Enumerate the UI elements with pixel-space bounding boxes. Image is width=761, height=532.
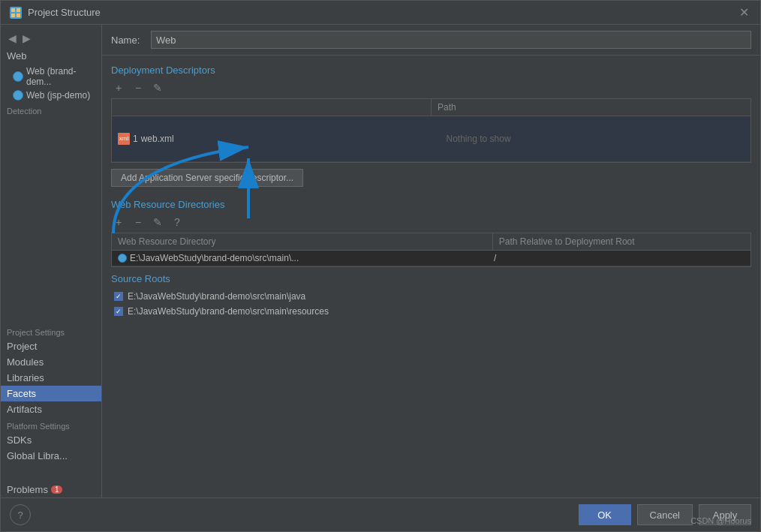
add-app-server-descriptor-btn[interactable]: Add Application Server specific descript…	[111, 169, 303, 187]
edit-web-resource-btn[interactable]: ✎	[150, 215, 165, 230]
xml-icon: xml	[118, 133, 130, 145]
sidebar-item-facets[interactable]: Facets	[1, 386, 101, 401]
svg-rect-3	[17, 14, 20, 17]
sidebar-item-sdks[interactable]: SDKs	[1, 432, 101, 448]
web-resource-table: Web Resource Directory Path Relative to …	[111, 233, 751, 267]
sidebar-item-project[interactable]: Project	[1, 338, 101, 354]
nothing-to-show: Nothing to show	[432, 119, 526, 159]
sidebar-item-libraries[interactable]: Libraries	[1, 370, 101, 386]
sidebar-item-artifacts[interactable]: Artifacts	[1, 401, 101, 417]
svg-rect-1	[17, 8, 20, 12]
add-descriptor-btn[interactable]: +	[111, 80, 126, 95]
tree-root-label: Web	[1, 49, 101, 65]
web-resource-dir-cell: E:\JavaWebStudy\brand-demo\src\main\...	[118, 253, 494, 263]
web-resource-toolbar: + − ✎ ?	[111, 215, 751, 230]
col-web-resource-path-header: Path Relative to Deployment Root	[493, 233, 750, 250]
deployment-cell-name: xml 1 web.xml	[118, 133, 432, 145]
dialog-body: ◀ ▶ Web Web (brand-dem... Web (jsp-demo)…	[1, 25, 760, 497]
web-resource-row-1[interactable]: E:\JavaWebStudy\brand-demo\src\main\... …	[112, 251, 750, 266]
web-facet-icon-2	[13, 90, 23, 101]
detection-label: Detection	[1, 105, 101, 119]
sidebar: ◀ ▶ Web Web (brand-dem... Web (jsp-demo)…	[1, 25, 102, 497]
source-roots-title: Source Roots	[111, 273, 751, 284]
deployment-cell-path: Nothing to show	[432, 119, 745, 159]
problems-badge: 1	[51, 485, 63, 494]
watermark: CSDN @Hoorus	[690, 516, 751, 525]
title-bar: Project Structure ✕	[1, 1, 760, 25]
remove-descriptor-btn[interactable]: −	[131, 80, 146, 95]
help-button[interactable]: ?	[10, 504, 31, 525]
col-name-header	[112, 99, 432, 116]
title-bar-left: Project Structure	[10, 7, 101, 19]
dialog-title: Project Structure	[28, 7, 101, 18]
source-root-checkbox-2[interactable]	[114, 307, 123, 316]
name-input[interactable]	[151, 31, 751, 49]
back-button[interactable]: ◀	[7, 31, 18, 46]
deployment-toolbar: + − ✎	[111, 80, 751, 95]
edit-descriptor-btn[interactable]: ✎	[150, 80, 165, 95]
sidebar-item-global-libraries[interactable]: Global Libra...	[1, 448, 101, 464]
web-facet-icon	[13, 71, 23, 82]
add-web-resource-btn[interactable]: +	[111, 215, 126, 230]
remove-web-resource-btn[interactable]: −	[131, 215, 146, 230]
source-root-checkbox-1[interactable]	[114, 292, 123, 301]
help-web-resource-btn[interactable]: ?	[170, 215, 185, 230]
app-icon	[10, 7, 22, 19]
web-resource-path-cell: /	[494, 253, 744, 263]
project-settings-section: Project Settings Project Modules Librari…	[1, 320, 101, 467]
project-structure-dialog: Project Structure ✕ ◀ ▶ Web Web (brand-d…	[0, 0, 761, 532]
name-row: Name:	[102, 25, 760, 56]
dialog-footer: ? OK Cancel Apply	[1, 497, 760, 531]
forward-button[interactable]: ▶	[21, 31, 32, 46]
web-resource-title: Web Resource Directories	[111, 199, 751, 210]
svg-rect-0	[11, 8, 15, 12]
sidebar-item-problems[interactable]: Problems 1	[1, 482, 101, 497]
name-label: Name:	[111, 35, 145, 46]
tree-item-jsp-demo[interactable]: Web (jsp-demo)	[1, 89, 101, 102]
cancel-button[interactable]: Cancel	[637, 504, 693, 525]
content-area: Deployment Descriptors + − ✎ Path xml 1	[102, 56, 760, 497]
source-roots-section: Source Roots E:\JavaWebStudy\brand-demo\…	[111, 273, 751, 319]
ok-button[interactable]: OK	[579, 504, 631, 525]
col-web-resource-dir-header: Web Resource Directory	[112, 233, 493, 250]
web-dir-icon	[118, 254, 127, 263]
deployment-row-1[interactable]: xml 1 web.xml Nothing to show	[112, 116, 750, 162]
main-content: Name: Deployment Descriptors + − ✎ Path	[102, 25, 760, 497]
nav-toolbar: ◀ ▶	[1, 28, 101, 49]
source-root-item-2[interactable]: E:\JavaWebStudy\brand-demo\src\main\reso…	[111, 304, 751, 319]
svg-rect-2	[11, 14, 15, 17]
project-settings-label: Project Settings	[1, 326, 101, 338]
col-path-header: Path	[432, 99, 750, 116]
deployment-descriptors-title: Deployment Descriptors	[111, 65, 751, 76]
web-resource-header: Web Resource Directory Path Relative to …	[112, 233, 750, 251]
source-root-item-1[interactable]: E:\JavaWebStudy\brand-demo\src\main\java	[111, 289, 751, 304]
platform-settings-label: Platform Settings	[1, 417, 101, 432]
close-button[interactable]: ✕	[736, 5, 751, 20]
deployment-table-header: Path	[112, 99, 750, 116]
tree-item-brand-demo[interactable]: Web (brand-dem...	[1, 65, 101, 89]
deployment-table: Path xml 1 web.xml Nothing to show	[111, 98, 751, 163]
sidebar-item-modules[interactable]: Modules	[1, 354, 101, 370]
